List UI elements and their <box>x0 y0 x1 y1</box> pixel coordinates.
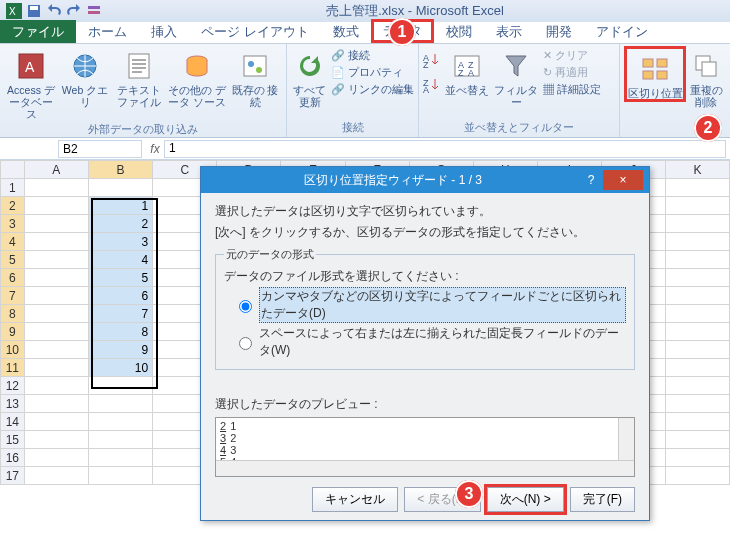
cell[interactable] <box>665 431 729 449</box>
cell[interactable]: 9 <box>88 341 152 359</box>
tab-review[interactable]: 校閲 <box>434 20 484 43</box>
tab-view[interactable]: 表示 <box>484 20 534 43</box>
row-header[interactable]: 8 <box>1 305 25 323</box>
cell[interactable] <box>88 377 152 395</box>
cell[interactable] <box>24 377 88 395</box>
radio-delimited[interactable]: カンマやタブなどの区切り文字によってフィールドごとに区切られたデータ(D) <box>234 287 626 323</box>
row-header[interactable]: 13 <box>1 395 25 413</box>
row-header[interactable]: 2 <box>1 197 25 215</box>
btn-from-access[interactable]: AAccess データベース <box>4 46 58 120</box>
col-header[interactable]: A <box>24 161 88 179</box>
undo-icon[interactable] <box>46 3 62 19</box>
btn-edit-links[interactable]: 🔗 リンクの編集 <box>331 82 414 97</box>
cell[interactable] <box>665 323 729 341</box>
btn-sort[interactable]: AZZA並べ替え <box>443 46 491 96</box>
cell[interactable] <box>665 269 729 287</box>
col-header[interactable]: B <box>88 161 152 179</box>
cell[interactable]: 10 <box>88 359 152 377</box>
cell[interactable] <box>24 413 88 431</box>
cell[interactable] <box>665 215 729 233</box>
dialog-close-button[interactable]: × <box>603 170 643 190</box>
cell[interactable] <box>665 233 729 251</box>
radio-delimited-input[interactable] <box>239 300 252 313</box>
tab-insert[interactable]: 挿入 <box>139 20 189 43</box>
cell[interactable]: 2 <box>88 215 152 233</box>
row-header[interactable]: 9 <box>1 323 25 341</box>
redo-icon[interactable] <box>66 3 82 19</box>
btn-sort-desc[interactable]: ZA <box>423 77 443 96</box>
cell[interactable] <box>665 413 729 431</box>
cell[interactable]: 4 <box>88 251 152 269</box>
cell[interactable] <box>665 359 729 377</box>
cancel-button[interactable]: キャンセル <box>312 487 398 512</box>
row-header[interactable]: 12 <box>1 377 25 395</box>
cell[interactable]: 8 <box>88 323 152 341</box>
cell[interactable] <box>24 197 88 215</box>
tab-file[interactable]: ファイル <box>0 20 76 43</box>
cell[interactable] <box>88 179 152 197</box>
cell[interactable] <box>24 395 88 413</box>
radio-fixed-input[interactable] <box>239 337 252 350</box>
fx-icon[interactable]: fx <box>146 142 164 156</box>
btn-refresh-all[interactable]: すべて 更新 <box>291 46 329 108</box>
cell[interactable] <box>24 323 88 341</box>
cell[interactable] <box>88 467 152 485</box>
cell[interactable] <box>24 341 88 359</box>
btn-from-web[interactable]: Web クエリ <box>58 46 112 108</box>
col-header[interactable]: K <box>665 161 729 179</box>
cell[interactable] <box>88 395 152 413</box>
cell[interactable] <box>665 197 729 215</box>
btn-advanced[interactable]: ▦ 詳細設定 <box>543 82 601 97</box>
btn-sort-asc[interactable]: AZ <box>423 52 443 71</box>
radio-fixed-width[interactable]: スペースによって右または左に揃えられた固定長フィールドのデータ(W) <box>234 325 626 359</box>
tab-developer[interactable]: 開発 <box>534 20 584 43</box>
row-header[interactable]: 17 <box>1 467 25 485</box>
cell[interactable] <box>665 467 729 485</box>
cell[interactable] <box>665 341 729 359</box>
tab-addin[interactable]: アドイン <box>584 20 660 43</box>
cell[interactable] <box>665 179 729 197</box>
preview-hscroll[interactable] <box>216 460 634 476</box>
save-icon[interactable] <box>26 3 42 19</box>
cell[interactable] <box>665 251 729 269</box>
row-header[interactable]: 5 <box>1 251 25 269</box>
formula-input[interactable]: 1 <box>164 140 726 158</box>
btn-properties[interactable]: 📄 プロパティ <box>331 65 414 80</box>
cell[interactable] <box>24 431 88 449</box>
btn-text-to-columns[interactable]: 区切り位置 <box>624 46 686 102</box>
cell[interactable] <box>24 179 88 197</box>
btn-filter[interactable]: フィルター <box>491 46 541 108</box>
row-header[interactable]: 7 <box>1 287 25 305</box>
row-header[interactable]: 16 <box>1 449 25 467</box>
row-header[interactable]: 15 <box>1 431 25 449</box>
cell[interactable] <box>24 467 88 485</box>
cell[interactable] <box>24 269 88 287</box>
cell[interactable] <box>24 215 88 233</box>
name-box[interactable]: B2 <box>58 140 142 158</box>
tab-formulas[interactable]: 数式 <box>321 20 371 43</box>
cell[interactable] <box>24 305 88 323</box>
cell[interactable] <box>665 449 729 467</box>
cell[interactable] <box>24 449 88 467</box>
btn-from-text[interactable]: テキスト ファイル <box>112 46 166 108</box>
next-button[interactable]: 次へ(N) > <box>487 487 564 512</box>
btn-remove-duplicates[interactable]: 重複の 削除 <box>686 46 726 108</box>
row-header[interactable]: 11 <box>1 359 25 377</box>
cell[interactable]: 6 <box>88 287 152 305</box>
tab-pagelayout[interactable]: ページ レイアウト <box>189 20 321 43</box>
cell[interactable] <box>665 395 729 413</box>
cell[interactable] <box>665 377 729 395</box>
row-header[interactable]: 10 <box>1 341 25 359</box>
cell[interactable]: 3 <box>88 233 152 251</box>
cell[interactable]: 7 <box>88 305 152 323</box>
dialog-help-button[interactable]: ? <box>579 173 603 187</box>
btn-from-other[interactable]: その他の データ ソース <box>166 46 228 108</box>
qat-custom-icon[interactable] <box>86 3 102 19</box>
row-header[interactable]: 1 <box>1 179 25 197</box>
cell[interactable] <box>665 287 729 305</box>
select-all-corner[interactable] <box>1 161 25 179</box>
row-header[interactable]: 3 <box>1 215 25 233</box>
row-header[interactable]: 6 <box>1 269 25 287</box>
cell[interactable]: 5 <box>88 269 152 287</box>
btn-existing-connections[interactable]: 既存の 接続 <box>228 46 282 108</box>
